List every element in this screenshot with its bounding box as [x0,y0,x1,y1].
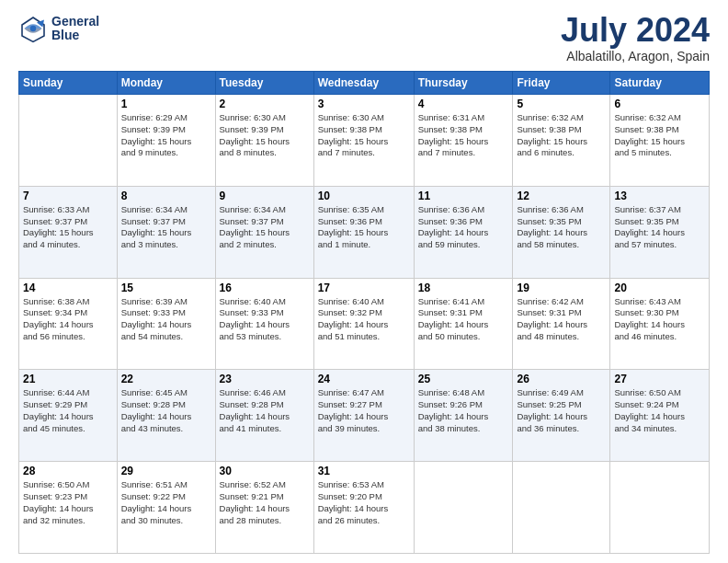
day-info: Sunrise: 6:43 AMSunset: 9:30 PMDaylight:… [614,296,705,343]
month-title: July 2024 [561,14,710,47]
calendar-week-row: 28Sunrise: 6:50 AMSunset: 9:23 PMDayligh… [19,462,710,554]
header-friday: Friday [513,72,610,95]
calendar-cell: 23Sunrise: 6:46 AMSunset: 9:28 PMDayligh… [215,370,313,462]
calendar-cell: 24Sunrise: 6:47 AMSunset: 9:27 PMDayligh… [313,370,414,462]
day-number: 1 [121,98,211,110]
calendar-header: Sunday Monday Tuesday Wednesday Thursday… [19,72,710,95]
header-wednesday: Wednesday [313,72,414,95]
calendar-cell [610,462,710,554]
day-info: Sunrise: 6:41 AMSunset: 9:31 PMDaylight:… [418,296,509,343]
svg-point-2 [30,26,36,31]
calendar-cell: 15Sunrise: 6:39 AMSunset: 9:33 PMDayligh… [117,278,215,370]
calendar-cell [513,462,610,554]
day-number: 25 [418,373,509,385]
logo-line1: General [51,15,99,29]
day-info: Sunrise: 6:46 AMSunset: 9:28 PMDaylight:… [220,387,310,434]
calendar-cell [414,462,513,554]
calendar-cell: 3Sunrise: 6:30 AMSunset: 9:38 PMDaylight… [313,95,414,187]
calendar-week-row: 1Sunrise: 6:29 AMSunset: 9:39 PMDaylight… [19,95,710,187]
calendar-cell: 27Sunrise: 6:50 AMSunset: 9:24 PMDayligh… [610,370,710,462]
calendar-cell: 21Sunrise: 6:44 AMSunset: 9:29 PMDayligh… [19,370,118,462]
calendar-cell: 18Sunrise: 6:41 AMSunset: 9:31 PMDayligh… [414,278,513,370]
calendar-week-row: 14Sunrise: 6:38 AMSunset: 9:34 PMDayligh… [19,278,710,370]
header-row: Sunday Monday Tuesday Wednesday Thursday… [19,72,710,95]
calendar-cell: 30Sunrise: 6:52 AMSunset: 9:21 PMDayligh… [215,462,313,554]
day-number: 3 [318,98,410,110]
calendar-cell: 8Sunrise: 6:34 AMSunset: 9:37 PMDaylight… [117,186,215,278]
header-saturday: Saturday [610,72,710,95]
day-number: 24 [318,373,410,385]
calendar-body: 1Sunrise: 6:29 AMSunset: 9:39 PMDaylight… [19,95,710,554]
day-info: Sunrise: 6:48 AMSunset: 9:26 PMDaylight:… [418,387,509,434]
day-number: 21 [23,373,113,385]
day-info: Sunrise: 6:40 AMSunset: 9:32 PMDaylight:… [318,296,410,343]
page-header: General Blue July 2024 Albalatillo, Arag… [18,14,710,63]
logo: General Blue [18,14,99,43]
day-number: 18 [418,282,509,294]
day-info: Sunrise: 6:31 AMSunset: 9:38 PMDaylight:… [418,112,509,159]
header-thursday: Thursday [414,72,513,95]
day-number: 19 [517,282,606,294]
day-info: Sunrise: 6:52 AMSunset: 9:21 PMDaylight:… [220,479,310,526]
header-monday: Monday [117,72,215,95]
day-info: Sunrise: 6:35 AMSunset: 9:36 PMDaylight:… [318,204,410,251]
day-info: Sunrise: 6:34 AMSunset: 9:37 PMDaylight:… [121,204,211,251]
day-info: Sunrise: 6:32 AMSunset: 9:38 PMDaylight:… [614,112,705,159]
calendar-cell: 17Sunrise: 6:40 AMSunset: 9:32 PMDayligh… [313,278,414,370]
calendar-cell: 12Sunrise: 6:36 AMSunset: 9:35 PMDayligh… [513,186,610,278]
day-number: 28 [23,465,113,477]
calendar-cell: 28Sunrise: 6:50 AMSunset: 9:23 PMDayligh… [19,462,118,554]
calendar-cell: 13Sunrise: 6:37 AMSunset: 9:35 PMDayligh… [610,186,710,278]
calendar-cell: 14Sunrise: 6:38 AMSunset: 9:34 PMDayligh… [19,278,118,370]
day-info: Sunrise: 6:49 AMSunset: 9:25 PMDaylight:… [517,387,606,434]
calendar-cell: 31Sunrise: 6:53 AMSunset: 9:20 PMDayligh… [313,462,414,554]
calendar-cell: 5Sunrise: 6:32 AMSunset: 9:38 PMDaylight… [513,95,610,187]
header-tuesday: Tuesday [215,72,313,95]
calendar-cell: 11Sunrise: 6:36 AMSunset: 9:36 PMDayligh… [414,186,513,278]
calendar-cell: 6Sunrise: 6:32 AMSunset: 9:38 PMDaylight… [610,95,710,187]
calendar-cell: 20Sunrise: 6:43 AMSunset: 9:30 PMDayligh… [610,278,710,370]
day-info: Sunrise: 6:34 AMSunset: 9:37 PMDaylight:… [220,204,310,251]
calendar-cell: 9Sunrise: 6:34 AMSunset: 9:37 PMDaylight… [215,186,313,278]
calendar-cell: 22Sunrise: 6:45 AMSunset: 9:28 PMDayligh… [117,370,215,462]
title-block: July 2024 Albalatillo, Aragon, Spain [561,14,710,63]
calendar-cell: 1Sunrise: 6:29 AMSunset: 9:39 PMDaylight… [117,95,215,187]
day-info: Sunrise: 6:50 AMSunset: 9:24 PMDaylight:… [614,387,705,434]
day-number: 31 [318,465,410,477]
day-number: 27 [614,373,705,385]
day-info: Sunrise: 6:36 AMSunset: 9:35 PMDaylight:… [517,204,606,251]
calendar-week-row: 7Sunrise: 6:33 AMSunset: 9:37 PMDaylight… [19,186,710,278]
calendar-cell: 4Sunrise: 6:31 AMSunset: 9:38 PMDaylight… [414,95,513,187]
day-number: 7 [23,190,113,202]
day-number: 6 [614,98,705,110]
day-number: 29 [121,465,211,477]
day-number: 23 [220,373,310,385]
calendar-cell [19,95,118,187]
calendar-week-row: 21Sunrise: 6:44 AMSunset: 9:29 PMDayligh… [19,370,710,462]
day-info: Sunrise: 6:37 AMSunset: 9:35 PMDaylight:… [614,204,705,251]
day-info: Sunrise: 6:45 AMSunset: 9:28 PMDaylight:… [121,387,211,434]
day-info: Sunrise: 6:40 AMSunset: 9:33 PMDaylight:… [220,296,310,343]
location: Albalatillo, Aragon, Spain [561,49,710,63]
day-info: Sunrise: 6:30 AMSunset: 9:38 PMDaylight:… [318,112,410,159]
calendar-table: Sunday Monday Tuesday Wednesday Thursday… [18,71,710,554]
day-info: Sunrise: 6:29 AMSunset: 9:39 PMDaylight:… [121,112,211,159]
day-info: Sunrise: 6:42 AMSunset: 9:31 PMDaylight:… [517,296,606,343]
calendar-cell: 19Sunrise: 6:42 AMSunset: 9:31 PMDayligh… [513,278,610,370]
day-number: 8 [121,190,211,202]
day-number: 20 [614,282,705,294]
day-number: 13 [614,190,705,202]
day-info: Sunrise: 6:33 AMSunset: 9:37 PMDaylight:… [23,204,113,251]
header-sunday: Sunday [19,72,118,95]
calendar-cell: 29Sunrise: 6:51 AMSunset: 9:22 PMDayligh… [117,462,215,554]
day-info: Sunrise: 6:39 AMSunset: 9:33 PMDaylight:… [121,296,211,343]
day-info: Sunrise: 6:36 AMSunset: 9:36 PMDaylight:… [418,204,509,251]
day-number: 9 [220,190,310,202]
day-number: 26 [517,373,606,385]
day-number: 5 [517,98,606,110]
day-info: Sunrise: 6:30 AMSunset: 9:39 PMDaylight:… [220,112,310,159]
calendar-cell: 25Sunrise: 6:48 AMSunset: 9:26 PMDayligh… [414,370,513,462]
day-info: Sunrise: 6:50 AMSunset: 9:23 PMDaylight:… [23,479,113,526]
day-number: 10 [318,190,410,202]
day-number: 11 [418,190,509,202]
